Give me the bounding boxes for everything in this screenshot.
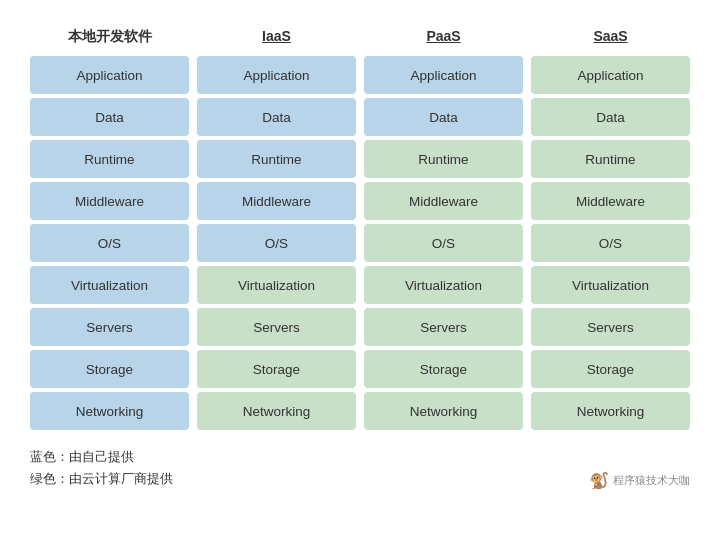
cell-iaas-8: Networking: [197, 392, 356, 430]
cell-paas-3: Middleware: [364, 182, 523, 220]
cell-saas-3: Middleware: [531, 182, 690, 220]
col-header-2: PaaS: [364, 28, 523, 46]
cell-iaas-5: Virtualization: [197, 266, 356, 304]
cell-on-prem-3: Middleware: [30, 182, 189, 220]
col-header-1: IaaS: [197, 28, 356, 46]
watermark-icon: 🐒: [589, 471, 609, 490]
cell-paas-5: Virtualization: [364, 266, 523, 304]
cell-paas-6: Servers: [364, 308, 523, 346]
legend-green: 绿色：由云计算厂商提供: [30, 468, 173, 490]
cell-on-prem-1: Data: [30, 98, 189, 136]
watermark-text: 程序猿技术大咖: [613, 473, 690, 488]
cell-on-prem-6: Servers: [30, 308, 189, 346]
col-header-0: 本地开发软件: [30, 28, 189, 46]
column-iaas: ApplicationDataRuntimeMiddlewareO/SVirtu…: [197, 56, 356, 430]
cell-saas-7: Storage: [531, 350, 690, 388]
main-container: 本地开发软件IaaSPaaSSaaSApplicationDataRuntime…: [30, 20, 690, 490]
col-header-3: SaaS: [531, 28, 690, 46]
cell-saas-5: Virtualization: [531, 266, 690, 304]
cell-saas-1: Data: [531, 98, 690, 136]
cell-saas-2: Runtime: [531, 140, 690, 178]
cell-paas-4: O/S: [364, 224, 523, 262]
cell-saas-0: Application: [531, 56, 690, 94]
cell-iaas-0: Application: [197, 56, 356, 94]
column-on-prem: ApplicationDataRuntimeMiddlewareO/SVirtu…: [30, 56, 189, 430]
cell-paas-1: Data: [364, 98, 523, 136]
cell-iaas-3: Middleware: [197, 182, 356, 220]
cell-on-prem-2: Runtime: [30, 140, 189, 178]
column-saas: ApplicationDataRuntimeMiddlewareO/SVirtu…: [531, 56, 690, 430]
cell-on-prem-4: O/S: [30, 224, 189, 262]
cell-saas-6: Servers: [531, 308, 690, 346]
cell-on-prem-5: Virtualization: [30, 266, 189, 304]
footer: 蓝色：由自己提供绿色：由云计算厂商提供🐒程序猿技术大咖: [30, 446, 690, 490]
cell-paas-2: Runtime: [364, 140, 523, 178]
cell-iaas-7: Storage: [197, 350, 356, 388]
cell-iaas-4: O/S: [197, 224, 356, 262]
cell-saas-8: Networking: [531, 392, 690, 430]
cell-iaas-6: Servers: [197, 308, 356, 346]
cell-iaas-2: Runtime: [197, 140, 356, 178]
cell-iaas-1: Data: [197, 98, 356, 136]
grid-area: ApplicationDataRuntimeMiddlewareO/SVirtu…: [30, 56, 690, 430]
column-paas: ApplicationDataRuntimeMiddlewareO/SVirtu…: [364, 56, 523, 430]
cell-on-prem-0: Application: [30, 56, 189, 94]
legend-blue: 蓝色：由自己提供: [30, 446, 173, 468]
cell-paas-8: Networking: [364, 392, 523, 430]
cell-on-prem-8: Networking: [30, 392, 189, 430]
legend: 蓝色：由自己提供绿色：由云计算厂商提供: [30, 446, 173, 490]
cell-on-prem-7: Storage: [30, 350, 189, 388]
watermark: 🐒程序猿技术大咖: [589, 471, 690, 490]
cell-saas-4: O/S: [531, 224, 690, 262]
cell-paas-0: Application: [364, 56, 523, 94]
cell-paas-7: Storage: [364, 350, 523, 388]
